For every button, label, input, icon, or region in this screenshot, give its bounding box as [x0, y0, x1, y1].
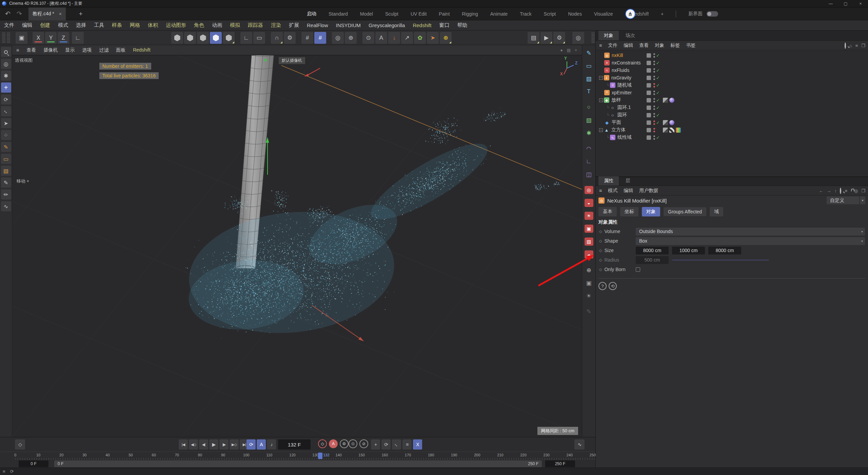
- viewport-menu-选项[interactable]: 选项: [82, 47, 92, 53]
- parameter-keys-button[interactable]: ≡: [402, 439, 412, 450]
- tweak-selection-icon[interactable]: ✱: [1, 71, 11, 81]
- om-menu-书签[interactable]: 书签: [686, 42, 695, 49]
- loop-toggle[interactable]: ⟳: [246, 439, 256, 450]
- layout-tab-track[interactable]: Track: [520, 11, 531, 17]
- stereo-camera-icon[interactable]: ▣: [584, 278, 594, 288]
- toolbar-xparticles-icon[interactable]: ✿: [414, 32, 426, 44]
- toolbar-letter-a-icon[interactable]: A: [375, 32, 387, 44]
- document-tab[interactable]: 教程.c4d * ×: [28, 7, 66, 20]
- attr-tab-button-坐标[interactable]: 坐标: [620, 207, 638, 216]
- viewport-3d-scene[interactable]: [12, 55, 582, 437]
- toolbar-rs-export-icon[interactable]: ↓: [388, 32, 400, 44]
- keyframe-settings-button[interactable]: ⚙: [340, 439, 349, 448]
- visibility-dots[interactable]: [653, 135, 655, 140]
- om-menu-查看[interactable]: 查看: [639, 42, 649, 49]
- om-popout-icon[interactable]: ❐: [861, 43, 865, 48]
- texture-tag-icon[interactable]: [669, 120, 674, 125]
- visibility-dots[interactable]: [653, 106, 655, 110]
- timeline-window-button[interactable]: ∿: [574, 439, 585, 450]
- visibility-dots[interactable]: [653, 91, 655, 95]
- volume-dropdown[interactable]: Outside Bounds▾: [636, 228, 865, 235]
- object-row-随机域[interactable]: └⠿随机域✓: [596, 81, 868, 89]
- attr-tab-button-对象[interactable]: 对象: [642, 207, 660, 216]
- toolbar-grip[interactable]: [2, 33, 5, 43]
- attr-tab-属性[interactable]: 属性: [598, 176, 619, 186]
- toolbar-render-picture-viewer-icon[interactable]: ▶: [540, 32, 552, 44]
- object-row-nxGravity[interactable]: −⇓nxGravity✓: [596, 74, 868, 81]
- layout-tab-uv-edit[interactable]: UV Edit: [411, 11, 427, 17]
- size-field-1[interactable]: 1000 cm: [672, 247, 705, 254]
- generator-icon[interactable]: ○: [584, 102, 594, 112]
- attr-tab-button-域[interactable]: 域: [710, 207, 723, 216]
- layout-tab-standard[interactable]: Standard: [329, 11, 348, 17]
- toolbar-grid-icon[interactable]: #: [301, 32, 313, 44]
- layer-color-swatch[interactable]: [647, 68, 651, 73]
- rotation-keys-button[interactable]: ⟳: [381, 439, 391, 450]
- fields-icon[interactable]: ◫: [584, 169, 594, 179]
- brush-icon[interactable]: ✎: [1, 177, 11, 188]
- object-name[interactable]: 平面: [612, 119, 621, 126]
- toolbar-render-editor-icon[interactable]: ▤: [528, 32, 539, 44]
- menu-网格[interactable]: 网格: [130, 22, 140, 28]
- layout-tab-paint[interactable]: Paint: [439, 11, 450, 17]
- viewport-layout-grid-icon[interactable]: ▤: [567, 48, 571, 53]
- toolbar-render-settings-wheel-icon[interactable]: ⊛: [345, 32, 357, 44]
- layout-tab-sculpt[interactable]: Sculpt: [385, 11, 398, 17]
- current-frame-field[interactable]: 132 F: [278, 439, 311, 450]
- menu-帮助[interactable]: 帮助: [457, 22, 467, 28]
- menu-RealFlow[interactable]: RealFlow: [307, 22, 328, 28]
- multi-move-icon[interactable]: ⁘: [1, 130, 11, 140]
- object-name[interactable]: nxKill: [612, 53, 623, 58]
- om-tab-场次[interactable]: 场次: [620, 31, 640, 40]
- layer-color-swatch[interactable]: [647, 83, 651, 88]
- viewport-menu-Redshift[interactable]: Redshift: [133, 47, 150, 53]
- layout-tab-visualize[interactable]: Visualize: [594, 11, 613, 17]
- menu-创建[interactable]: 创建: [40, 22, 50, 28]
- cube-pen-icon[interactable]: ▧: [1, 166, 11, 176]
- range-start-field[interactable]: 0 F: [19, 460, 48, 467]
- next-key-button[interactable]: ▶◇: [230, 439, 239, 450]
- menu-体积[interactable]: 体积: [148, 22, 158, 28]
- toolbar-viewport-layout-icon[interactable]: ▣: [16, 32, 27, 44]
- object-row-nxKill[interactable]: ◎nxKill✓: [596, 52, 868, 59]
- attr-back-icon[interactable]: ←: [819, 188, 823, 193]
- om-menu-标签[interactable]: 标签: [670, 42, 680, 49]
- object-row-线性域[interactable]: └∿线性域✓: [596, 134, 868, 141]
- enabled-check-icon[interactable]: ✓: [656, 75, 660, 80]
- enabled-check-icon[interactable]: ✓: [656, 53, 660, 58]
- add-layout-tab-button[interactable]: +: [661, 11, 664, 17]
- toolbar-object-mode-icon[interactable]: [210, 32, 222, 44]
- object-name[interactable]: nxConstraints: [612, 60, 641, 65]
- toolbar-redshift-target-icon[interactable]: ⊕: [440, 32, 452, 44]
- viewport[interactable]: 透视视图 Number of emitters: 1 Total live pa…: [12, 55, 582, 437]
- attr-menu-模式[interactable]: 模式: [608, 188, 617, 194]
- toolbar-share-icon[interactable]: ↗: [401, 32, 413, 44]
- attr-search-icon[interactable]: [840, 188, 841, 193]
- layout-tab-model[interactable]: Model: [360, 11, 373, 17]
- menu-动画[interactable]: 动画: [212, 22, 222, 28]
- motext-icon[interactable]: T: [584, 87, 594, 97]
- radius-slider[interactable]: [672, 260, 769, 261]
- sound-toggle[interactable]: ♪: [267, 439, 276, 450]
- viewport-hamburger-icon[interactable]: ≡: [16, 48, 19, 53]
- simulation-cloth-icon[interactable]: ◒: [584, 198, 594, 208]
- attr-tab-button-Groups Affected[interactable]: Groups Affected: [664, 207, 706, 216]
- playhead-marker[interactable]: [318, 453, 322, 459]
- toolbar-redshift-renderview-icon[interactable]: ◎: [572, 32, 584, 44]
- status-refresh-icon[interactable]: ⟳: [10, 469, 14, 474]
- menu-样条[interactable]: 样条: [112, 22, 122, 28]
- layer-color-swatch[interactable]: [647, 61, 651, 65]
- prev-key-button[interactable]: ◀◇: [189, 439, 198, 450]
- document-tab-close-icon[interactable]: ×: [59, 11, 62, 17]
- keyframe-selection-button[interactable]: ⊙: [349, 439, 357, 448]
- om-tab-对象[interactable]: 对象: [598, 31, 619, 40]
- visibility-dots[interactable]: [653, 128, 655, 132]
- menu-文件[interactable]: 文件: [4, 22, 14, 28]
- display-tag-icon[interactable]: [663, 120, 668, 125]
- attr-tab-层[interactable]: 层: [620, 176, 636, 186]
- visibility-dots[interactable]: [653, 120, 655, 125]
- display-tag-icon[interactable]: [663, 128, 668, 133]
- toolbar-render-settings-icon[interactable]: ⚙: [553, 32, 565, 44]
- toolbar-make-editable-icon[interactable]: [171, 32, 183, 44]
- layer-color-swatch[interactable]: [647, 98, 651, 102]
